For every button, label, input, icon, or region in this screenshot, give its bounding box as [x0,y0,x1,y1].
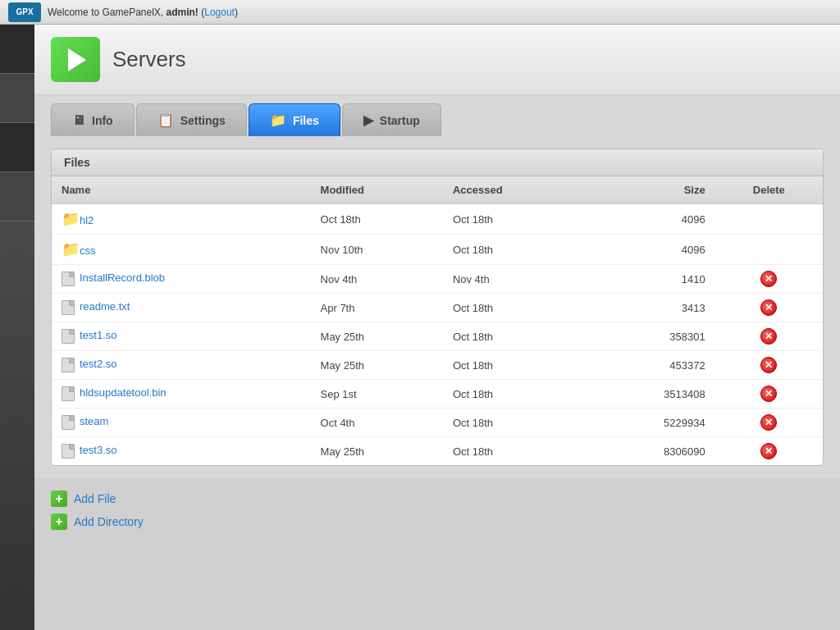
file-icon [62,444,75,459]
file-icon [62,415,75,430]
file-modified: Oct 18th [311,204,443,235]
files-tab-icon: 📁 [270,112,286,128]
file-modified: May 25th [311,437,443,466]
table-row: test3.soMay 25thOct 18th8306090✕ [52,437,823,466]
file-icon [62,272,75,286]
table-header-row: Name Modified Accessed Size Delete [52,176,823,204]
topbar: GPX Welcome to GamePanelX, admin! (Logou… [0,0,840,25]
file-link[interactable]: test2.so [80,358,117,370]
sidebar-block-4 [0,172,34,221]
delete-button[interactable]: ✕ [760,271,777,287]
file-icon [62,386,75,401]
add-file-icon: + [51,491,67,507]
table-row: InstallRecord.blobNov 4thNov 4th1410✕ [52,265,823,294]
file-size: 4096 [587,204,714,235]
file-link[interactable]: css [80,244,96,257]
file-modified: Nov 10th [311,235,443,265]
content-area: Files Name Modified Accessed Size Delete… [34,136,840,478]
col-delete: Delete [715,176,823,204]
folder-icon: 📁 [62,211,80,227]
sidebar [0,25,34,630]
file-delete-cell: ✕ [715,351,823,380]
file-accessed: Oct 18th [443,351,587,380]
file-size: 5229934 [587,409,714,437]
file-link[interactable]: test1.so [80,329,117,341]
file-delete-cell: ✕ [715,437,823,466]
tab-startup-label: Startup [380,114,420,127]
file-modified: Apr 7th [311,294,443,322]
file-delete-cell: ✕ [715,265,823,294]
file-name-cell: test1.so [52,322,311,351]
file-accessed: Oct 18th [443,380,587,409]
file-accessed: Oct 18th [443,204,587,235]
file-modified: Nov 4th [311,265,443,294]
tab-files[interactable]: 📁 Files [249,103,340,136]
file-modified: Oct 4th [311,409,443,437]
file-link[interactable]: hl2 [80,214,94,226]
file-name-cell: readme.txt [52,294,311,322]
tab-startup[interactable]: ▶ Startup [342,103,441,136]
col-size: Size [587,176,714,204]
sidebar-block-1 [0,25,34,74]
file-link[interactable]: InstallRecord.blob [80,272,165,284]
file-delete-cell [715,235,823,265]
file-icon [62,329,75,344]
file-modified: May 25th [311,351,443,380]
page-title: Servers [112,47,186,72]
folder-icon: 📁 [62,241,80,258]
file-size: 8306090 [587,437,714,466]
file-delete-cell: ✕ [715,380,823,409]
add-file-label: Add File [74,492,116,505]
tab-info-label: Info [92,114,113,127]
add-file-button[interactable]: + Add File [51,491,824,507]
file-table: Name Modified Accessed Size Delete 📁hl2O… [52,176,823,465]
tab-settings[interactable]: 📋 Settings [136,103,247,136]
col-accessed: Accessed [443,176,587,204]
delete-button[interactable]: ✕ [760,443,777,459]
table-row: test1.soMay 25thOct 18th358301✕ [52,322,823,351]
files-panel: Files Name Modified Accessed Size Delete… [51,148,824,466]
file-size: 1410 [587,265,714,294]
tab-settings-label: Settings [180,114,226,127]
main-content: Servers 🖥 Info 📋 Settings 📁 Files ▶ Star… [34,25,840,630]
file-link[interactable]: hldsupdatetool.bin [80,386,167,399]
col-modified: Modified [311,176,443,204]
table-row: hldsupdatetool.binSep 1stOct 18th3513408… [52,380,823,409]
file-name-cell: InstallRecord.blob [52,265,311,294]
delete-button[interactable]: ✕ [760,357,777,373]
logo: GPX [8,2,41,22]
file-link[interactable]: steam [80,415,108,427]
file-link[interactable]: test3.so [80,444,117,456]
tab-files-label: Files [293,114,319,127]
table-row: steamOct 4thOct 18th5229934✕ [52,409,823,437]
file-accessed: Oct 18th [443,294,587,322]
file-link[interactable]: readme.txt [80,300,130,313]
table-row: 📁hl2Oct 18thOct 18th4096 [52,204,823,235]
file-size: 4096 [587,235,714,265]
tabs-bar: 🖥 Info 📋 Settings 📁 Files ▶ Startup [34,95,840,136]
file-accessed: Oct 18th [443,235,587,265]
delete-button[interactable]: ✕ [760,414,777,431]
file-delete-cell [715,204,823,235]
file-name-cell: test3.so [52,437,311,466]
page-header: Servers [34,25,840,95]
file-name-cell: 📁hl2 [52,204,311,235]
file-name-cell: hldsupdatetool.bin [52,380,311,409]
file-name-cell: steam [52,409,311,437]
tab-info[interactable]: 🖥 Info [51,103,135,136]
logout-link[interactable]: Logout [204,7,235,18]
col-name: Name [52,176,311,204]
file-size: 453372 [587,351,714,380]
table-row: 📁cssNov 10thOct 18th4096 [52,235,823,265]
file-delete-cell: ✕ [715,409,823,437]
panel-header: Files [52,149,823,176]
delete-button[interactable]: ✕ [760,386,777,402]
add-directory-icon: + [51,514,67,530]
welcome-text: Welcome to GamePanelX, admin! (Logout) [48,7,238,18]
startup-tab-icon: ▶ [363,112,373,128]
table-row: test2.soMay 25thOct 18th453372✕ [52,351,823,380]
file-size: 3413 [587,294,714,322]
add-directory-button[interactable]: + Add Directory [51,514,824,530]
delete-button[interactable]: ✕ [760,328,777,345]
delete-button[interactable]: ✕ [760,299,777,316]
